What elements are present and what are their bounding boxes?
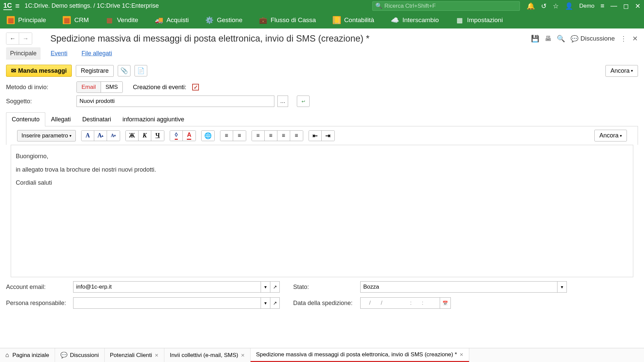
subject-template-button[interactable]: ↩ bbox=[297, 96, 310, 107]
envelope-icon: ✉ bbox=[11, 67, 16, 74]
search-placeholder: Ricerca Ctrl+Shift+F bbox=[384, 3, 436, 9]
star-icon[interactable]: ☆ bbox=[553, 2, 559, 10]
create-events-checkbox[interactable]: ✓ bbox=[192, 84, 199, 90]
account-dropdown-button[interactable]: ▾ bbox=[261, 281, 270, 293]
editor-line: Cordiali saluti bbox=[16, 176, 628, 190]
insert-parameter-button[interactable]: Inserire parametro bbox=[17, 130, 76, 141]
hamburger-icon[interactable]: ≡ bbox=[15, 2, 20, 10]
ctab-destinatari[interactable]: Destinatari bbox=[76, 112, 117, 126]
align-center-button[interactable]: ≡ bbox=[265, 131, 277, 141]
italic-button[interactable]: К bbox=[139, 131, 151, 141]
close-tab-icon[interactable]: ✕ bbox=[155, 353, 159, 358]
global-search[interactable]: 🔍 Ricerca Ctrl+Shift+F bbox=[372, 1, 520, 11]
ancora-button[interactable]: Ancora bbox=[605, 65, 638, 77]
ctab-allegati[interactable]: Allegati bbox=[45, 112, 76, 126]
attach-button[interactable]: 📎 bbox=[118, 65, 130, 76]
persona-dropdown-button[interactable]: ▾ bbox=[261, 297, 270, 309]
subject-picker-button[interactable]: … bbox=[277, 96, 288, 107]
toggle-sms[interactable]: SMS bbox=[101, 82, 123, 93]
persona-combo: ▾ ↗ bbox=[73, 297, 280, 309]
account-label: Account email: bbox=[6, 284, 73, 291]
font-increase-button[interactable]: A▴ bbox=[94, 131, 107, 141]
tab-principale[interactable]: Principale bbox=[6, 47, 41, 60]
subject-label: Soggetto: bbox=[6, 98, 73, 105]
close-tab-icon[interactable]: ✕ bbox=[460, 352, 464, 357]
user-icon[interactable]: 👤 bbox=[565, 2, 573, 10]
stato-dropdown-button[interactable]: ▾ bbox=[557, 281, 567, 293]
indent-right-button[interactable]: ⇥ bbox=[322, 131, 334, 141]
bottom-form: Account email: ▾ ↗ Stato: ▾ Persona resp… bbox=[0, 277, 644, 313]
editor-toolbar: Inserire parametro A A▴ A▾ Ж К Ч ◊ A 🌐 ≡… bbox=[6, 126, 638, 145]
data-input[interactable] bbox=[360, 297, 440, 309]
text-color-button[interactable]: A bbox=[183, 131, 196, 141]
indent-left-button[interactable]: ⇤ bbox=[309, 131, 322, 141]
page-tabs: Principale Eventi File allegati bbox=[0, 47, 644, 60]
nav-flusso[interactable]: 💼Flusso di Cassa bbox=[259, 16, 316, 24]
nav-impostazioni[interactable]: ▦Impostazioni bbox=[455, 16, 503, 24]
stato-label: Stato: bbox=[293, 284, 360, 291]
bullet-list-button[interactable]: ≡ bbox=[220, 131, 233, 141]
more-icon[interactable]: ⋮ bbox=[620, 35, 627, 43]
history-nav: ← → bbox=[6, 33, 32, 45]
editor-line: in allegato trova la brochure dei nostri… bbox=[16, 163, 628, 177]
main-nav: ▦Principale ▦CRM ▦Vendite 🚚Acquisti ⚙️Ge… bbox=[0, 12, 644, 28]
link-button[interactable]: 🌐 bbox=[202, 131, 214, 141]
page-header: ← → Spedizione massiva di messaggi di po… bbox=[0, 28, 644, 47]
save-icon[interactable]: 💾 bbox=[531, 35, 539, 43]
history-icon[interactable]: ↺ bbox=[541, 2, 547, 10]
nav-crm[interactable]: ▦CRM bbox=[63, 16, 89, 24]
nav-gestione[interactable]: ⚙️Gestione bbox=[206, 16, 243, 24]
maximize-icon[interactable]: ◻ bbox=[623, 2, 629, 10]
discussione-button[interactable]: 💬 Discussione bbox=[571, 35, 615, 43]
nav-contabilita[interactable]: 📒Contabilità bbox=[333, 16, 374, 24]
data-input-group: 📅 bbox=[360, 297, 451, 309]
close-icon[interactable]: ✕ bbox=[635, 2, 641, 10]
ctab-contenuto[interactable]: Contenuto bbox=[6, 112, 45, 126]
btab-potenziali[interactable]: Potenziali Clienti ✕ bbox=[105, 348, 165, 362]
nav-interscambio[interactable]: ☁️Interscambio bbox=[391, 16, 439, 24]
btab-discussioni[interactable]: 💬 Discussioni bbox=[55, 348, 105, 362]
tab-file-allegati[interactable]: File allegati bbox=[77, 47, 116, 60]
subject-input[interactable] bbox=[76, 96, 274, 107]
nav-principale[interactable]: ▦Principale bbox=[7, 16, 46, 24]
close-tab-icon[interactable]: ✕ bbox=[241, 353, 245, 358]
nav-vendite[interactable]: ▦Vendite bbox=[106, 16, 138, 24]
persona-input[interactable] bbox=[73, 297, 261, 309]
search-page-icon[interactable]: 🔍 bbox=[557, 35, 565, 43]
register-button[interactable]: Registrare bbox=[76, 65, 114, 77]
tab-eventi[interactable]: Eventi bbox=[47, 47, 71, 60]
minimize-icon[interactable]: — bbox=[610, 2, 617, 10]
account-open-button[interactable]: ↗ bbox=[270, 281, 280, 293]
font-decrease-button[interactable]: A▾ bbox=[107, 131, 120, 141]
nav-acquisti[interactable]: 🚚Acquisti bbox=[155, 16, 189, 24]
underline-button[interactable]: Ч bbox=[151, 131, 164, 141]
editor-ancora-button[interactable]: Ancora bbox=[594, 130, 627, 141]
ctab-info[interactable]: informazioni aggiuntive bbox=[117, 112, 190, 126]
editor-body[interactable]: Buongiorno, in allegato trova la brochur… bbox=[11, 145, 633, 277]
account-input[interactable] bbox=[73, 281, 261, 293]
btab-spedizione[interactable]: Spedizione massiva di messaggi di posta … bbox=[251, 348, 469, 362]
persona-open-button[interactable]: ↗ bbox=[270, 297, 280, 309]
toggle-email[interactable]: Email bbox=[77, 82, 101, 93]
form-toolbar: ✉ Manda messaggi Registrare 📎 📄 Ancora bbox=[0, 60, 644, 80]
forward-button[interactable]: → bbox=[19, 33, 32, 44]
align-justify-button[interactable]: ≡ bbox=[290, 131, 303, 141]
subject-row: Soggetto: … ↩ bbox=[0, 94, 644, 108]
document-button[interactable]: 📄 bbox=[135, 65, 147, 76]
stato-input[interactable] bbox=[360, 281, 557, 293]
btab-invii[interactable]: Invii collettivi (e-mail, SMS) ✕ bbox=[164, 348, 251, 362]
bell-icon[interactable]: 🔔 bbox=[527, 2, 535, 10]
number-list-button[interactable]: ≡ bbox=[233, 131, 246, 141]
btab-home[interactable]: ⌂ Pagina iniziale bbox=[0, 348, 55, 362]
print-icon[interactable]: 🖶 bbox=[545, 35, 551, 43]
close-page-icon[interactable]: ✕ bbox=[632, 35, 638, 43]
highlight-button[interactable]: ◊ bbox=[170, 131, 183, 141]
settings-icon[interactable]: ≡ bbox=[600, 2, 604, 10]
font-button[interactable]: A bbox=[82, 131, 94, 141]
calendar-button[interactable]: 📅 bbox=[440, 297, 451, 309]
send-messages-button[interactable]: ✉ Manda messaggi bbox=[6, 65, 72, 77]
back-button[interactable]: ← bbox=[6, 33, 19, 44]
align-right-button[interactable]: ≡ bbox=[277, 131, 290, 141]
align-left-button[interactable]: ≡ bbox=[252, 131, 265, 141]
bold-button[interactable]: Ж bbox=[126, 131, 139, 141]
